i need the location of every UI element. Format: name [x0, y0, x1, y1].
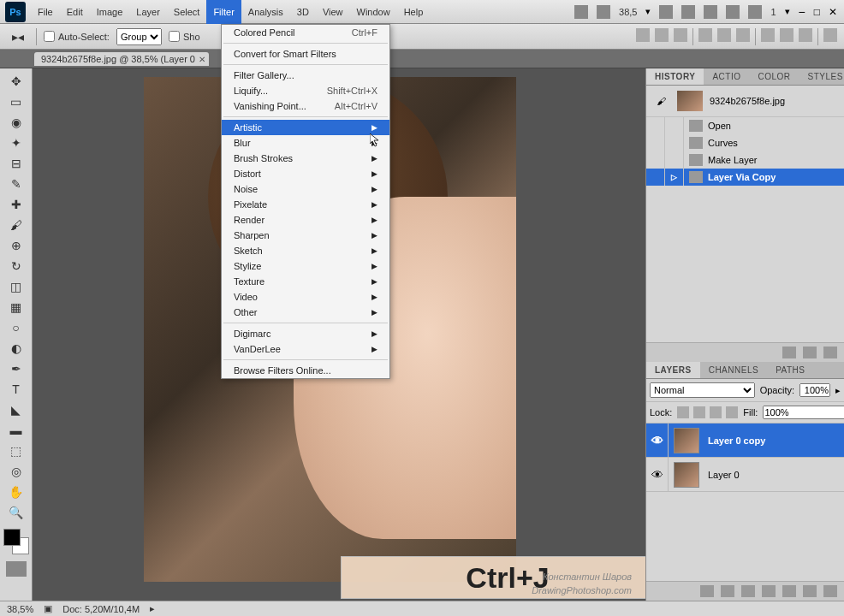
- menu-layer[interactable]: Layer: [129, 0, 167, 24]
- distribute-h-icon[interactable]: [761, 28, 775, 42]
- dropdown-item-filter-gallery-[interactable]: Filter Gallery...: [222, 68, 389, 83]
- history-item[interactable]: Layer Via Copy: [646, 169, 844, 186]
- screen-mode-icon[interactable]: [574, 5, 588, 19]
- 3d-tool[interactable]: ⬚: [5, 441, 27, 460]
- maximize-button[interactable]: □: [814, 6, 820, 18]
- dropdown-item-distort[interactable]: Distort▶: [222, 166, 389, 181]
- lock-transparency-icon[interactable]: [677, 406, 689, 418]
- crop-tool[interactable]: ⊟: [5, 154, 27, 173]
- chevron-right-icon[interactable]: ▸: [835, 385, 841, 396]
- layer-visibility-toggle[interactable]: 👁: [646, 424, 669, 457]
- menu-file[interactable]: File: [31, 0, 60, 24]
- menu-3d[interactable]: 3D: [290, 0, 316, 24]
- dropdown-item-convert-for-smart-filters[interactable]: Convert for Smart Filters: [222, 46, 389, 62]
- dropdown-item-sharpen[interactable]: Sharpen▶: [222, 228, 389, 243]
- blur-tool[interactable]: ○: [5, 318, 27, 337]
- history-snapshot-row[interactable]: 🖌 9324b2675f8e.jpg: [646, 86, 844, 117]
- foreground-color-swatch[interactable]: [3, 529, 21, 546]
- gradient-tool[interactable]: ▦: [5, 298, 27, 317]
- layer-group-icon[interactable]: [782, 585, 796, 597]
- lock-all-icon[interactable]: [726, 406, 738, 418]
- menu-filter[interactable]: Filter: [206, 0, 241, 24]
- align-vcenter-icon[interactable]: [655, 28, 669, 42]
- fill-input[interactable]: [763, 406, 844, 419]
- zoom-tool-icon[interactable]: [681, 5, 695, 19]
- chevron-down-icon[interactable]: ▾: [645, 6, 651, 17]
- move-tool[interactable]: ✥: [5, 72, 27, 91]
- panel-tab-layers[interactable]: LAYERS: [646, 362, 700, 378]
- layer-row[interactable]: 👁Layer 0: [646, 458, 844, 492]
- lock-position-icon[interactable]: [710, 406, 722, 418]
- layer-thumbnail[interactable]: [674, 462, 699, 488]
- dropdown-item-artistic[interactable]: Artistic▶: [222, 120, 389, 135]
- quick-mask-toggle[interactable]: [6, 561, 27, 577]
- minimize-button[interactable]: −: [799, 5, 805, 19]
- dropdown-item-noise[interactable]: Noise▶: [222, 181, 389, 197]
- link-layers-icon[interactable]: [700, 585, 714, 597]
- distribute-h2-icon[interactable]: [799, 28, 812, 42]
- distribute-v-icon[interactable]: [780, 28, 793, 42]
- chevron-down-icon[interactable]: ▾: [785, 6, 790, 17]
- dropdown-item-pixelate[interactable]: Pixelate▶: [222, 197, 389, 212]
- layer-mask-icon[interactable]: [741, 585, 755, 597]
- panel-tab-channels[interactable]: CHANNELS: [700, 362, 767, 378]
- auto-align-icon[interactable]: [823, 28, 837, 42]
- dropdown-item-vanderlee[interactable]: VanDerLee▶: [222, 341, 389, 357]
- stamp-tool[interactable]: ⊕: [5, 236, 27, 255]
- status-zoom[interactable]: 38,5%: [7, 604, 33, 614]
- align-right-icon[interactable]: [736, 28, 750, 42]
- layer-row[interactable]: 👁Layer 0 copy: [646, 424, 844, 458]
- panel-tab-styles[interactable]: STYLES: [799, 68, 844, 85]
- chevron-right-icon[interactable]: ▸: [150, 603, 155, 614]
- layer-name[interactable]: Layer 0 copy: [704, 435, 765, 446]
- panel-tab-color[interactable]: COLOR: [749, 68, 799, 85]
- panel-tab-paths[interactable]: PATHS: [767, 362, 813, 378]
- opacity-input[interactable]: [799, 383, 830, 397]
- eraser-tool[interactable]: ◫: [5, 277, 27, 296]
- dropdown-item-digimarc[interactable]: Digimarc▶: [222, 326, 389, 341]
- shape-tool[interactable]: ▬: [5, 421, 27, 440]
- history-item[interactable]: Make Layer: [646, 151, 844, 169]
- zoom-tool[interactable]: 🔍: [5, 503, 27, 522]
- lasso-tool[interactable]: ◉: [5, 113, 27, 132]
- delete-layer-icon[interactable]: [823, 585, 837, 597]
- document-tab[interactable]: 9324b2675f8e.jpg @ 38,5% (Layer 0 ✕: [34, 52, 209, 66]
- panel-tab-actio[interactable]: ACTIO: [704, 68, 749, 85]
- history-item[interactable]: Curves: [646, 134, 844, 151]
- align-hcenter-icon[interactable]: [717, 28, 731, 42]
- dropdown-item-texture[interactable]: Texture▶: [222, 274, 389, 289]
- menu-analysis[interactable]: Analysis: [241, 0, 290, 24]
- show-transform-check[interactable]: [169, 31, 180, 42]
- dropdown-item-blur[interactable]: Blur▶: [222, 135, 389, 151]
- create-document-icon[interactable]: [782, 346, 796, 358]
- dropdown-item-browse-filters-online-[interactable]: Browse Filters Online...: [222, 363, 389, 378]
- dropdown-item-brush-strokes[interactable]: Brush Strokes▶: [222, 151, 389, 166]
- panel-tab-history[interactable]: HISTORY: [646, 68, 704, 85]
- show-transform-checkbox[interactable]: Sho: [169, 31, 200, 42]
- close-icon[interactable]: ✕: [199, 55, 205, 64]
- healing-tool[interactable]: ✚: [5, 195, 27, 214]
- layer-thumbnail[interactable]: [674, 428, 699, 453]
- path-tool[interactable]: ◣: [5, 400, 27, 419]
- dropdown-item-render[interactable]: Render▶: [222, 212, 389, 228]
- create-snapshot-icon[interactable]: [803, 346, 817, 358]
- 3d-camera-tool[interactable]: ◎: [5, 462, 27, 481]
- layer-style-icon[interactable]: [721, 585, 734, 597]
- dropdown-item-video[interactable]: Video▶: [222, 289, 389, 305]
- history-brush-tool[interactable]: ↻: [5, 257, 27, 275]
- menu-edit[interactable]: Edit: [60, 0, 90, 24]
- workspace-icon[interactable]: [748, 5, 762, 19]
- rotate-view-icon[interactable]: [704, 5, 717, 19]
- dropdown-item-liquify-[interactable]: Liquify...Shift+Ctrl+X: [222, 83, 389, 98]
- blend-mode-dropdown[interactable]: Normal: [650, 382, 755, 398]
- wand-tool[interactable]: ✦: [5, 133, 27, 152]
- type-tool[interactable]: T: [5, 380, 27, 399]
- dropdown-item-other[interactable]: Other▶: [222, 305, 389, 320]
- view-extras-icon[interactable]: [726, 5, 740, 19]
- lock-pixels-icon[interactable]: [693, 406, 705, 418]
- auto-select-check[interactable]: [44, 31, 55, 42]
- brush-tool[interactable]: 🖌: [5, 216, 27, 234]
- menu-select[interactable]: Select: [167, 0, 207, 24]
- layer-visibility-toggle[interactable]: 👁: [646, 458, 669, 491]
- hand-tool-icon[interactable]: [659, 5, 673, 19]
